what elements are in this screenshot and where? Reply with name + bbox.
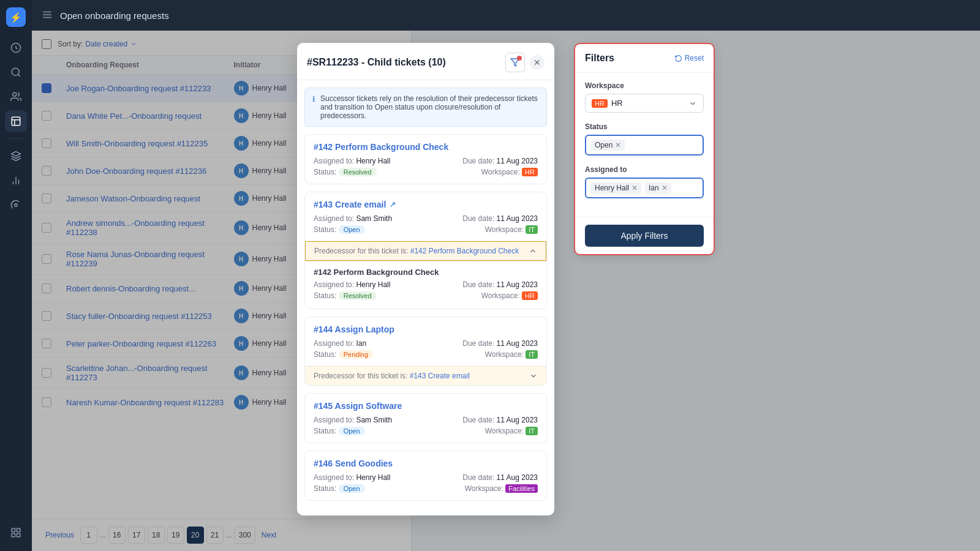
status-badge: Resolved (339, 291, 377, 300)
svg-point-8 (15, 204, 18, 207)
workspace-badge: IT (526, 427, 538, 435)
sidebar-icon-chart[interactable] (5, 170, 27, 192)
app-logo[interactable]: ⚡ (6, 7, 26, 27)
modal-body: #142 Perform Background Check Assigned t… (297, 134, 554, 515)
filters-header: Filters Reset (575, 44, 714, 73)
assigned-tag-ian: Ian ✕ (645, 182, 671, 193)
info-text: Successor tickets rely on the resolution… (320, 94, 539, 120)
child-card-144-title[interactable]: #144 Assign Laptop (314, 324, 538, 334)
svg-point-1 (12, 68, 19, 75)
sidebar-icon-users[interactable] (5, 86, 27, 108)
sidebar-icon-search[interactable] (5, 61, 27, 83)
content-area: Sort by: Date created Onboarding Request… (32, 31, 980, 551)
status-badge: Resolved (339, 168, 377, 176)
assigned-tag-henry-label: Henry Hall (595, 184, 629, 192)
workspace-badge: HR (522, 168, 538, 176)
status-tag-open: Open ✕ (591, 140, 625, 151)
page-title: Open onboarding requests (60, 10, 169, 21)
workspace-badge: IT (526, 225, 538, 234)
assigned-tag-ian-label: Ian (649, 184, 659, 192)
status-tag-label: Open (595, 141, 612, 149)
sidebar: ⚡ (0, 0, 32, 551)
chevron-up-icon (529, 247, 537, 255)
predecessor-title: #142 Perform Background Check (314, 268, 538, 277)
child-tickets-modal: #SR112233 - Child tickets (10) ✕ ℹ (297, 43, 554, 515)
svg-rect-3 (12, 117, 20, 126)
workspace-selected-value: HR (611, 99, 623, 108)
apply-filters-button[interactable]: Apply Filters (585, 225, 704, 247)
child-modal-title: #SR112233 - Child tickets (10) (307, 57, 446, 68)
assigned-to-filter-section: Assigned to Henry Hall ✕ Ian ✕ (585, 165, 704, 198)
child-card-146: #146 Send Goodies Assigned to: Henry Hal… (304, 451, 547, 501)
reset-button[interactable]: Reset (674, 54, 704, 62)
filters-panel: Filters Reset Workspace (574, 43, 715, 255)
chevron-down-icon (529, 372, 538, 380)
sidebar-icon-settings[interactable] (5, 194, 27, 216)
workspace-badge: IT (526, 350, 538, 359)
assigned-tag-henry-remove[interactable]: ✕ (631, 184, 638, 192)
predecessor-bar-144[interactable]: Predecessor for this ticket is: #143 Cre… (305, 366, 546, 385)
sidebar-icon-tickets[interactable] (5, 110, 27, 132)
svg-rect-11 (12, 534, 15, 537)
sidebar-icon-layers[interactable] (5, 145, 27, 167)
filter-button[interactable] (505, 53, 525, 72)
status-badge: Open (339, 427, 365, 435)
modal-close-button[interactable]: ✕ (530, 55, 545, 70)
svg-rect-10 (17, 528, 20, 531)
child-modal-header: #SR112233 - Child tickets (10) ✕ (297, 43, 554, 80)
external-link-icon[interactable]: ↗ (390, 200, 396, 209)
main-area: Open onboarding requests Sort by: Date c… (32, 0, 980, 551)
child-card-142: #142 Perform Background Check Assigned t… (304, 134, 547, 184)
reset-icon (674, 54, 682, 62)
assigned-to-filter-label: Assigned to (585, 165, 704, 174)
workspace-filter-label: Workspace (585, 81, 704, 90)
status-badge: Open (339, 484, 365, 493)
status-badge: Open (339, 225, 365, 234)
child-card-142-title[interactable]: #142 Perform Background Check (314, 142, 538, 152)
predecessor-bar-143[interactable]: Predecessor for this ticket is: #142 Per… (305, 241, 546, 261)
svg-rect-9 (12, 528, 15, 531)
workspace-hr-badge: HR (592, 99, 608, 108)
status-filter-section: Status Open ✕ (585, 122, 704, 156)
topbar: Open onboarding requests (32, 0, 980, 31)
chevron-down-icon (688, 99, 697, 108)
workspace-filter-select[interactable]: HR HR (585, 94, 704, 113)
filters-footer: Apply Filters (575, 217, 714, 254)
status-filter-label: Status (585, 122, 704, 131)
assigned-tag-henry: Henry Hall ✕ (591, 182, 641, 193)
workspace-badge: Facilities (505, 484, 538, 493)
child-card-145: #145 Assign Software Assigned to: Sam Sm… (304, 393, 547, 443)
assigned-to-filter-input[interactable]: Henry Hall ✕ Ian ✕ (585, 178, 704, 198)
sidebar-icon-grid[interactable] (5, 522, 27, 544)
child-card-143: #143 Create email ↗ Assigned to: Sam Smi… (304, 192, 547, 309)
workspace-filter-section: Workspace HR HR (585, 81, 704, 113)
filter-active-dot (517, 56, 522, 61)
modal-row: #SR112233 - Child tickets (10) ✕ ℹ (297, 43, 715, 515)
reset-label: Reset (685, 54, 704, 62)
filters-title: Filters (585, 53, 614, 64)
child-card-146-title[interactable]: #146 Send Goodies (314, 459, 538, 468)
status-filter-input[interactable]: Open ✕ (585, 135, 704, 156)
child-card-144: #144 Assign Laptop Assigned to: Ian Due … (304, 317, 547, 386)
predecessor-expand-143: #142 Perform Background Check Assigned t… (305, 261, 546, 309)
status-badge: Pending (339, 350, 373, 359)
svg-point-2 (13, 92, 17, 96)
info-banner: ℹ Successor tickets rely on the resoluti… (304, 88, 547, 127)
child-card-145-title[interactable]: #145 Assign Software (314, 401, 538, 411)
status-tag-remove[interactable]: ✕ (615, 141, 621, 149)
sidebar-divider (7, 138, 24, 139)
modal-overlay: #SR112233 - Child tickets (10) ✕ ℹ (32, 31, 980, 551)
sidebar-icon-home[interactable] (5, 37, 27, 59)
info-icon: ℹ (312, 95, 315, 103)
svg-marker-4 (12, 152, 21, 157)
filters-body: Workspace HR HR (575, 73, 714, 217)
assigned-tag-ian-remove[interactable]: ✕ (662, 184, 668, 192)
menu-icon[interactable] (42, 9, 53, 22)
child-card-143-title[interactable]: #143 Create email ↗ (314, 200, 538, 209)
svg-rect-12 (17, 534, 20, 537)
workspace-badge: HR (522, 291, 538, 300)
